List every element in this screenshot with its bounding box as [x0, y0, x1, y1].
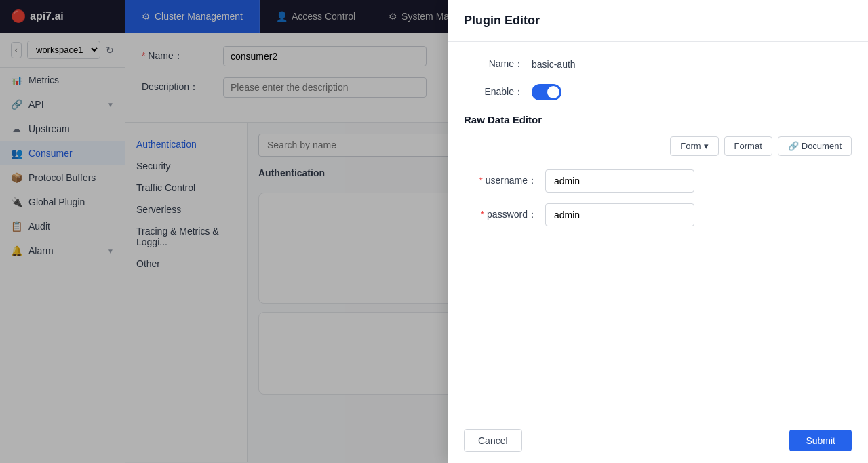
- editor-footer: Cancel Submit: [448, 418, 868, 463]
- editor-title: Plugin Editor: [464, 14, 852, 28]
- password-row: password：: [464, 203, 852, 226]
- editor-name-label: Name：: [464, 58, 532, 71]
- plugin-editor-panel: Plugin Editor Name： basic-auth Enable： R…: [448, 0, 868, 463]
- editor-header: Plugin Editor: [448, 0, 868, 42]
- editor-enable-row: Enable：: [464, 84, 852, 100]
- format-button[interactable]: Format: [724, 136, 772, 156]
- raw-data-section: Raw Data Editor Form ▾ Format 🔗 Document…: [464, 114, 852, 226]
- cancel-button[interactable]: Cancel: [464, 429, 522, 452]
- password-input[interactable]: [545, 203, 694, 226]
- editor-enable-label: Enable：: [464, 86, 532, 98]
- username-input[interactable]: [545, 169, 694, 193]
- document-button[interactable]: 🔗 Document: [778, 136, 852, 156]
- form-label: Form: [680, 141, 701, 151]
- submit-button[interactable]: Submit: [789, 430, 852, 451]
- document-label: Document: [802, 141, 842, 151]
- editor-toolbar: Form ▾ Format 🔗 Document: [464, 136, 852, 156]
- username-label: username：: [464, 175, 545, 187]
- toggle-slider: [532, 84, 561, 100]
- editor-name-row: Name： basic-auth: [464, 58, 852, 71]
- editor-body: Name： basic-auth Enable： Raw Data Editor…: [448, 42, 868, 418]
- form-button[interactable]: Form ▾: [670, 136, 718, 156]
- username-row: username：: [464, 169, 852, 193]
- link-icon: 🔗: [788, 141, 799, 151]
- enable-toggle[interactable]: [532, 84, 561, 100]
- format-label: Format: [734, 141, 762, 151]
- raw-data-title: Raw Data Editor: [464, 114, 852, 125]
- editor-name-value: basic-auth: [532, 59, 576, 70]
- password-label: password：: [464, 209, 545, 221]
- chevron-down-icon: ▾: [704, 141, 709, 151]
